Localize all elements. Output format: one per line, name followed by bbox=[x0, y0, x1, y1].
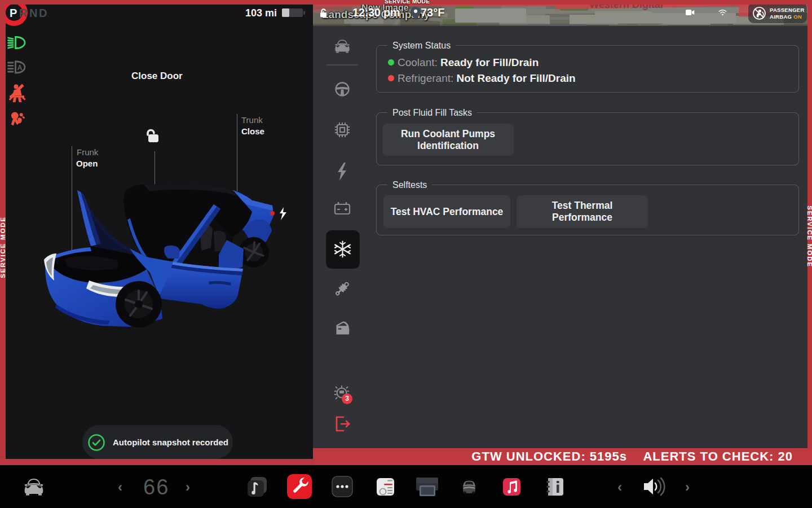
svg-text:A: A bbox=[17, 64, 23, 72]
